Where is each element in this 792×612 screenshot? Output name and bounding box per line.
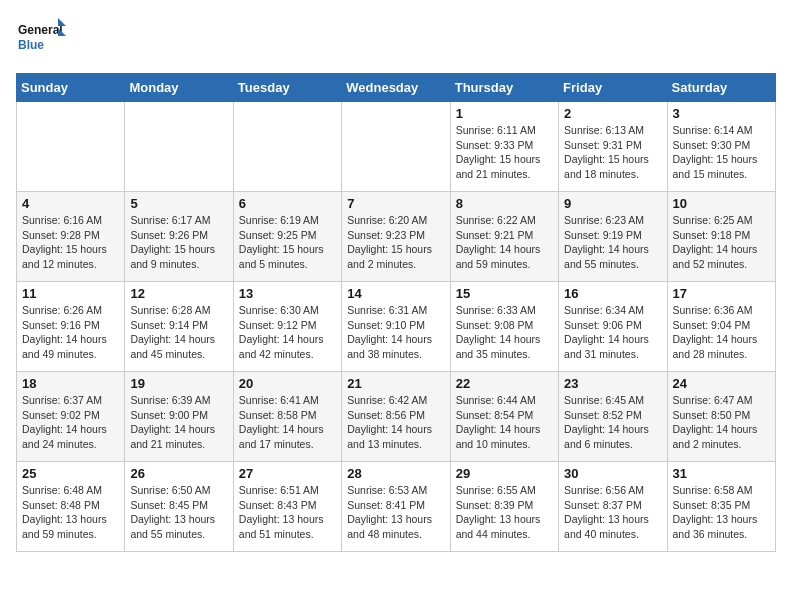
header-row: SundayMondayTuesdayWednesdayThursdayFrid…	[17, 74, 776, 102]
day-cell: 13Sunrise: 6:30 AM Sunset: 9:12 PM Dayli…	[233, 282, 341, 372]
day-info: Sunrise: 6:30 AM Sunset: 9:12 PM Dayligh…	[239, 303, 336, 362]
week-row-5: 25Sunrise: 6:48 AM Sunset: 8:48 PM Dayli…	[17, 462, 776, 552]
day-info: Sunrise: 6:33 AM Sunset: 9:08 PM Dayligh…	[456, 303, 553, 362]
day-cell: 22Sunrise: 6:44 AM Sunset: 8:54 PM Dayli…	[450, 372, 558, 462]
day-cell	[233, 102, 341, 192]
day-number: 13	[239, 286, 336, 301]
logo: General Blue	[16, 16, 66, 61]
day-number: 8	[456, 196, 553, 211]
day-number: 25	[22, 466, 119, 481]
day-number: 12	[130, 286, 227, 301]
day-info: Sunrise: 6:42 AM Sunset: 8:56 PM Dayligh…	[347, 393, 444, 452]
day-info: Sunrise: 6:14 AM Sunset: 9:30 PM Dayligh…	[673, 123, 770, 182]
svg-text:General: General	[18, 23, 63, 37]
day-cell	[125, 102, 233, 192]
calendar-table: SundayMondayTuesdayWednesdayThursdayFrid…	[16, 73, 776, 552]
header-wednesday: Wednesday	[342, 74, 450, 102]
day-cell: 17Sunrise: 6:36 AM Sunset: 9:04 PM Dayli…	[667, 282, 775, 372]
page-header: General Blue	[16, 16, 776, 61]
day-number: 16	[564, 286, 661, 301]
day-cell: 18Sunrise: 6:37 AM Sunset: 9:02 PM Dayli…	[17, 372, 125, 462]
day-info: Sunrise: 6:19 AM Sunset: 9:25 PM Dayligh…	[239, 213, 336, 272]
day-info: Sunrise: 6:55 AM Sunset: 8:39 PM Dayligh…	[456, 483, 553, 542]
day-info: Sunrise: 6:56 AM Sunset: 8:37 PM Dayligh…	[564, 483, 661, 542]
day-number: 21	[347, 376, 444, 391]
week-row-1: 1Sunrise: 6:11 AM Sunset: 9:33 PM Daylig…	[17, 102, 776, 192]
day-info: Sunrise: 6:39 AM Sunset: 9:00 PM Dayligh…	[130, 393, 227, 452]
day-cell: 19Sunrise: 6:39 AM Sunset: 9:00 PM Dayli…	[125, 372, 233, 462]
day-number: 17	[673, 286, 770, 301]
day-cell: 28Sunrise: 6:53 AM Sunset: 8:41 PM Dayli…	[342, 462, 450, 552]
day-cell: 5Sunrise: 6:17 AM Sunset: 9:26 PM Daylig…	[125, 192, 233, 282]
day-cell: 23Sunrise: 6:45 AM Sunset: 8:52 PM Dayli…	[559, 372, 667, 462]
day-cell: 16Sunrise: 6:34 AM Sunset: 9:06 PM Dayli…	[559, 282, 667, 372]
day-number: 1	[456, 106, 553, 121]
day-info: Sunrise: 6:48 AM Sunset: 8:48 PM Dayligh…	[22, 483, 119, 542]
day-cell: 26Sunrise: 6:50 AM Sunset: 8:45 PM Dayli…	[125, 462, 233, 552]
day-info: Sunrise: 6:22 AM Sunset: 9:21 PM Dayligh…	[456, 213, 553, 272]
day-cell: 8Sunrise: 6:22 AM Sunset: 9:21 PM Daylig…	[450, 192, 558, 282]
day-cell: 2Sunrise: 6:13 AM Sunset: 9:31 PM Daylig…	[559, 102, 667, 192]
day-cell	[17, 102, 125, 192]
header-tuesday: Tuesday	[233, 74, 341, 102]
day-number: 11	[22, 286, 119, 301]
day-cell: 9Sunrise: 6:23 AM Sunset: 9:19 PM Daylig…	[559, 192, 667, 282]
day-info: Sunrise: 6:50 AM Sunset: 8:45 PM Dayligh…	[130, 483, 227, 542]
day-number: 28	[347, 466, 444, 481]
day-number: 19	[130, 376, 227, 391]
header-monday: Monday	[125, 74, 233, 102]
day-info: Sunrise: 6:16 AM Sunset: 9:28 PM Dayligh…	[22, 213, 119, 272]
day-number: 6	[239, 196, 336, 211]
day-info: Sunrise: 6:44 AM Sunset: 8:54 PM Dayligh…	[456, 393, 553, 452]
day-number: 30	[564, 466, 661, 481]
day-number: 7	[347, 196, 444, 211]
day-number: 3	[673, 106, 770, 121]
day-number: 27	[239, 466, 336, 481]
day-number: 26	[130, 466, 227, 481]
day-info: Sunrise: 6:11 AM Sunset: 9:33 PM Dayligh…	[456, 123, 553, 182]
day-number: 2	[564, 106, 661, 121]
week-row-2: 4Sunrise: 6:16 AM Sunset: 9:28 PM Daylig…	[17, 192, 776, 282]
day-cell: 21Sunrise: 6:42 AM Sunset: 8:56 PM Dayli…	[342, 372, 450, 462]
logo-svg: General Blue	[16, 16, 66, 61]
day-cell: 12Sunrise: 6:28 AM Sunset: 9:14 PM Dayli…	[125, 282, 233, 372]
day-cell	[342, 102, 450, 192]
day-number: 24	[673, 376, 770, 391]
day-cell: 24Sunrise: 6:47 AM Sunset: 8:50 PM Dayli…	[667, 372, 775, 462]
day-info: Sunrise: 6:34 AM Sunset: 9:06 PM Dayligh…	[564, 303, 661, 362]
day-cell: 4Sunrise: 6:16 AM Sunset: 9:28 PM Daylig…	[17, 192, 125, 282]
day-info: Sunrise: 6:47 AM Sunset: 8:50 PM Dayligh…	[673, 393, 770, 452]
day-number: 10	[673, 196, 770, 211]
day-cell: 15Sunrise: 6:33 AM Sunset: 9:08 PM Dayli…	[450, 282, 558, 372]
day-number: 20	[239, 376, 336, 391]
day-cell: 7Sunrise: 6:20 AM Sunset: 9:23 PM Daylig…	[342, 192, 450, 282]
day-info: Sunrise: 6:17 AM Sunset: 9:26 PM Dayligh…	[130, 213, 227, 272]
day-number: 23	[564, 376, 661, 391]
header-friday: Friday	[559, 74, 667, 102]
day-cell: 25Sunrise: 6:48 AM Sunset: 8:48 PM Dayli…	[17, 462, 125, 552]
day-number: 22	[456, 376, 553, 391]
day-info: Sunrise: 6:31 AM Sunset: 9:10 PM Dayligh…	[347, 303, 444, 362]
day-cell: 20Sunrise: 6:41 AM Sunset: 8:58 PM Dayli…	[233, 372, 341, 462]
day-cell: 30Sunrise: 6:56 AM Sunset: 8:37 PM Dayli…	[559, 462, 667, 552]
day-number: 15	[456, 286, 553, 301]
day-cell: 29Sunrise: 6:55 AM Sunset: 8:39 PM Dayli…	[450, 462, 558, 552]
day-number: 4	[22, 196, 119, 211]
day-cell: 3Sunrise: 6:14 AM Sunset: 9:30 PM Daylig…	[667, 102, 775, 192]
day-info: Sunrise: 6:25 AM Sunset: 9:18 PM Dayligh…	[673, 213, 770, 272]
week-row-3: 11Sunrise: 6:26 AM Sunset: 9:16 PM Dayli…	[17, 282, 776, 372]
day-info: Sunrise: 6:13 AM Sunset: 9:31 PM Dayligh…	[564, 123, 661, 182]
header-saturday: Saturday	[667, 74, 775, 102]
header-thursday: Thursday	[450, 74, 558, 102]
day-info: Sunrise: 6:41 AM Sunset: 8:58 PM Dayligh…	[239, 393, 336, 452]
day-number: 29	[456, 466, 553, 481]
day-info: Sunrise: 6:20 AM Sunset: 9:23 PM Dayligh…	[347, 213, 444, 272]
day-number: 18	[22, 376, 119, 391]
day-number: 31	[673, 466, 770, 481]
day-info: Sunrise: 6:36 AM Sunset: 9:04 PM Dayligh…	[673, 303, 770, 362]
day-info: Sunrise: 6:51 AM Sunset: 8:43 PM Dayligh…	[239, 483, 336, 542]
day-cell: 14Sunrise: 6:31 AM Sunset: 9:10 PM Dayli…	[342, 282, 450, 372]
day-cell: 27Sunrise: 6:51 AM Sunset: 8:43 PM Dayli…	[233, 462, 341, 552]
header-sunday: Sunday	[17, 74, 125, 102]
day-info: Sunrise: 6:28 AM Sunset: 9:14 PM Dayligh…	[130, 303, 227, 362]
